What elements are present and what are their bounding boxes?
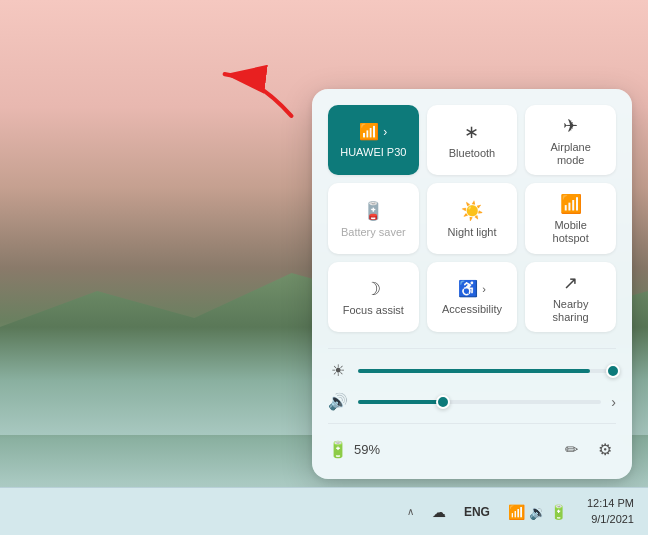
quick-settings-panel: 📶 › HUAWEI P30 ∗ Bluetooth ✈ Airplane mo… <box>312 89 632 479</box>
brightness-slider-thumb[interactable] <box>606 364 620 378</box>
battery-saver-label: Battery saver <box>341 226 406 239</box>
wifi-icon: 📶 <box>359 124 379 140</box>
taskbar-clock[interactable]: 12:14 PM 9/1/2021 <box>581 494 640 529</box>
nearby-sharing-label: Nearby sharing <box>535 298 606 324</box>
mobile-hotspot-icon: 📶 <box>560 195 582 213</box>
taskbar-date-display: 9/1/2021 <box>591 512 634 527</box>
battery-panel-icon: 🔋 <box>328 440 348 459</box>
bluetooth-label: Bluetooth <box>449 147 495 160</box>
tile-arrow-wifi: › <box>383 125 387 139</box>
taskbar-wifi-icon: 📶 <box>508 504 525 520</box>
toggle-tile-bluetooth[interactable]: ∗ Bluetooth <box>427 105 518 175</box>
nearby-sharing-icon: ↗ <box>563 274 578 292</box>
mobile-hotspot-label: Mobile hotspot <box>535 219 606 245</box>
brightness-icon: ☀ <box>328 361 348 380</box>
toggle-tile-wifi-huawei[interactable]: 📶 › HUAWEI P30 <box>328 105 419 175</box>
taskbar-time-display: 12:14 PM <box>587 496 634 511</box>
focus-assist-label: Focus assist <box>343 304 404 317</box>
panel-actions: ✏ ⚙ <box>561 436 616 463</box>
battery-info: 🔋 59% <box>328 440 380 459</box>
panel-bottom-bar: 🔋 59% ✏ ⚙ <box>328 436 616 463</box>
divider-1 <box>328 348 616 349</box>
taskbar-volume-icon: 🔉 <box>529 504 546 520</box>
toggle-tile-battery-saver[interactable]: 🪫 Battery saver <box>328 183 419 253</box>
toggle-grid: 📶 › HUAWEI P30 ∗ Bluetooth ✈ Airplane mo… <box>328 105 616 332</box>
toggle-tile-nearby-sharing[interactable]: ↗ Nearby sharing <box>525 262 616 332</box>
volume-icon: 🔊 <box>328 392 348 411</box>
night-light-icon: ☀️ <box>461 202 483 220</box>
brightness-slider-fill <box>358 369 590 373</box>
battery-percent: 59% <box>354 442 380 457</box>
toggle-tile-mobile-hotspot[interactable]: 📶 Mobile hotspot <box>525 183 616 253</box>
taskbar-right-area: ∧ ☁ ENG 📶 🔉 🔋 12:14 PM 9/1/2021 <box>403 494 640 529</box>
toggle-tile-airplane[interactable]: ✈ Airplane mode <box>525 105 616 175</box>
toggle-tile-night-light[interactable]: ☀️ Night light <box>427 183 518 253</box>
volume-expand-chevron[interactable]: › <box>611 394 616 410</box>
bluetooth-icon: ∗ <box>464 123 479 141</box>
brightness-slider-row: ☀ <box>328 361 616 380</box>
accessibility-icon: ♿ <box>458 281 478 297</box>
volume-slider-row: 🔊 › <box>328 392 616 411</box>
toggle-tile-accessibility[interactable]: ♿ › Accessibility <box>427 262 518 332</box>
taskbar-quick-icons[interactable]: 📶 🔉 🔋 <box>500 500 575 524</box>
taskbar-language[interactable]: ENG <box>460 501 494 523</box>
focus-assist-icon: ☽ <box>365 280 381 298</box>
taskbar: ∧ ☁ ENG 📶 🔉 🔋 12:14 PM 9/1/2021 <box>0 487 648 535</box>
taskbar-battery-icon: 🔋 <box>550 504 567 520</box>
settings-icon[interactable]: ⚙ <box>594 436 616 463</box>
edit-icon[interactable]: ✏ <box>561 436 582 463</box>
battery-saver-icon: 🪫 <box>362 202 384 220</box>
accessibility-label: Accessibility <box>442 303 502 316</box>
taskbar-cloud-icon: ☁ <box>432 504 446 520</box>
airplane-icon: ✈ <box>563 117 578 135</box>
volume-slider-track[interactable] <box>358 400 601 404</box>
volume-slider-thumb[interactable] <box>436 395 450 409</box>
brightness-slider-track[interactable] <box>358 369 616 373</box>
taskbar-expand-chevron[interactable]: ∧ <box>403 502 418 521</box>
wifi-huawei-label: HUAWEI P30 <box>340 146 406 159</box>
night-light-label: Night light <box>448 226 497 239</box>
airplane-label: Airplane mode <box>535 141 606 167</box>
volume-slider-fill <box>358 400 443 404</box>
toggle-tile-focus-assist[interactable]: ☽ Focus assist <box>328 262 419 332</box>
taskbar-system-icons[interactable]: ☁ <box>424 500 454 524</box>
divider-2 <box>328 423 616 424</box>
